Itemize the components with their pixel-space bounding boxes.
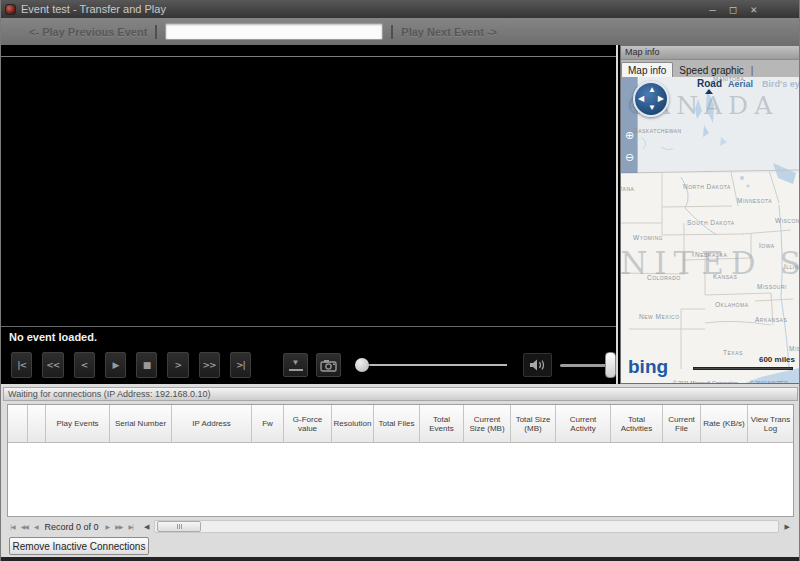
column-header-view-trans-log[interactable]: View Trans Log [748, 405, 793, 442]
map-label: South Dakota [687, 219, 735, 226]
video-top-strip [1, 45, 616, 57]
download-arrow-icon: ▼ [292, 359, 300, 367]
column-header-total-events[interactable]: Total Events [420, 405, 464, 442]
connections-panel: Waiting for connections (IP Address: 192… [1, 384, 800, 557]
map-label: Wisconsin [775, 217, 799, 224]
volume-handle[interactable] [605, 352, 616, 378]
record-count-label: Record 0 of 0 [45, 522, 99, 532]
hscroll-right-arrow[interactable]: ▶ [785, 523, 790, 531]
column-header-current-size-mb-[interactable]: Current Size (MB) [464, 405, 511, 442]
event-toolbar: <- Play Previous Event Play Next Event -… [1, 18, 800, 45]
window-title: Event test - Transfer and Play [21, 3, 166, 15]
map-label: Montana [621, 185, 634, 192]
minimize-button[interactable]: – [709, 4, 716, 15]
seek-slider[interactable] [355, 357, 507, 373]
play-next-event-button[interactable]: Play Next Event -> [401, 26, 497, 38]
seek-track [355, 364, 507, 366]
pan-south-icon[interactable]: ▼ [648, 104, 656, 112]
rewind-button[interactable]: << [42, 352, 63, 378]
title-bar: Event test - Transfer and Play – □ ✕ [1, 0, 800, 18]
volume-track [560, 364, 610, 367]
toolbar-separator [391, 25, 393, 39]
tab-separator: | [751, 65, 754, 76]
map-label: New Mexico [639, 313, 680, 320]
connections-grid: Play EventsSerial NumberIP AddressFwG-Fo… [7, 404, 794, 517]
maximize-button[interactable]: □ [730, 4, 737, 15]
window-bottom-edge [1, 557, 800, 561]
column-header-g-force-value[interactable]: G-Force value [284, 405, 332, 442]
map-borders-art [621, 77, 799, 383]
step-forward-button[interactable]: > [167, 352, 188, 378]
map-label: Kansas [713, 273, 737, 280]
camera-icon [320, 359, 338, 372]
column-header-total-size-mb-[interactable]: Total Size (MB) [511, 405, 556, 442]
step-back-button[interactable]: < [74, 352, 95, 378]
download-bar-icon [289, 369, 303, 371]
snapshot-button[interactable] [316, 353, 341, 377]
fast-forward-button[interactable]: >> [199, 352, 220, 378]
map-label: Manitoba [713, 77, 744, 82]
volume-slider[interactable] [560, 351, 616, 379]
map-label: Mississippi [789, 345, 799, 352]
map-label: Oklahoma [715, 301, 749, 308]
last-button[interactable]: >| [230, 352, 251, 378]
remove-inactive-connections-button[interactable]: Remove Inactive Connections [9, 537, 149, 555]
event-name-input[interactable] [165, 23, 383, 40]
hscroll-left-arrow[interactable]: ◀ [144, 523, 149, 531]
map-copyright-microsoft: © 2011 Microsoft Corporation [673, 380, 738, 383]
road-selected-caret-icon [705, 89, 713, 94]
pan-east-icon[interactable]: ▶ [658, 95, 664, 103]
player-controls: |<<<<▶■>>>>| ▼ [1, 346, 616, 384]
pan-west-icon[interactable]: ◀ [638, 95, 644, 103]
record-prev-page-button[interactable]: ◀◀ [21, 523, 28, 530]
column-header-rate-kb-s-[interactable]: Rate (KB/s) [701, 405, 748, 442]
stop-button[interactable]: ■ [136, 352, 157, 378]
speaker-icon [529, 358, 547, 372]
play-previous-event-button[interactable]: <- Play Previous Event [29, 26, 147, 38]
map-label: Wyoming [633, 234, 663, 241]
column-header-fw[interactable]: Fw [252, 405, 284, 442]
player-status-text: No event loaded. [1, 326, 616, 346]
map-panel: Map info Map info Speed graphic | [620, 45, 800, 384]
tab-speed-graphic[interactable]: Speed graphic [673, 63, 750, 77]
download-frame-button[interactable]: ▼ [283, 353, 308, 377]
map-panel-header: Map info [621, 46, 799, 60]
bing-logo[interactable]: bing [628, 356, 668, 378]
column-header-total-activities[interactable]: Total Activities [611, 405, 663, 442]
record-prev-button[interactable]: ◀ [34, 523, 38, 530]
hscroll-thumb[interactable] [157, 521, 201, 532]
record-last-button[interactable]: ▶| [128, 523, 133, 530]
app-icon [5, 4, 16, 15]
column-header-current-activity[interactable]: Current Activity [556, 405, 611, 442]
column-header-resolution[interactable]: Resolution [332, 405, 374, 442]
bing-map[interactable]: CANADA UNITED STATES Road Aerial Bird's … [621, 77, 799, 383]
close-button[interactable]: ✕ [750, 4, 757, 15]
grid-body[interactable] [8, 443, 793, 516]
map-zoom-out-button[interactable]: ⊖ [623, 151, 636, 164]
column-header-ip-address[interactable]: IP Address [172, 405, 252, 442]
map-scale-bar [693, 367, 793, 370]
column-header-serial-number[interactable]: Serial Number [110, 405, 172, 442]
first-button[interactable]: |< [11, 352, 32, 378]
connections-status-bar: Waiting for connections (IP Address: 192… [3, 387, 798, 401]
map-mode-birdseye[interactable]: Bird's eye [762, 79, 799, 89]
horizontal-scrollbar[interactable] [154, 520, 778, 533]
record-next-page-button[interactable]: ▶▶ [115, 523, 122, 530]
column-header-total-files[interactable]: Total Files [374, 405, 420, 442]
column-header-indicator[interactable] [28, 405, 46, 442]
toolbar-separator [155, 25, 157, 39]
column-header-indicator[interactable] [8, 405, 28, 442]
column-header-play-events[interactable]: Play Events [46, 405, 110, 442]
map-label: North Dakota [683, 183, 731, 190]
tab-map-info[interactable]: Map info [621, 62, 673, 77]
column-header-current-file[interactable]: Current File [663, 405, 701, 442]
map-compass-control[interactable]: ▲ ▼ ◀ ▶ [633, 81, 669, 117]
seek-handle[interactable] [355, 358, 369, 372]
pan-north-icon[interactable]: ▲ [648, 86, 656, 94]
record-first-button[interactable]: |◀ [10, 523, 15, 530]
record-next-button[interactable]: ▶ [106, 523, 110, 530]
play-button[interactable]: ▶ [105, 352, 126, 378]
mute-button[interactable] [523, 353, 552, 377]
grid-header-row: Play EventsSerial NumberIP AddressFwG-Fo… [8, 405, 793, 443]
map-label: Saskatchewan [633, 127, 682, 134]
